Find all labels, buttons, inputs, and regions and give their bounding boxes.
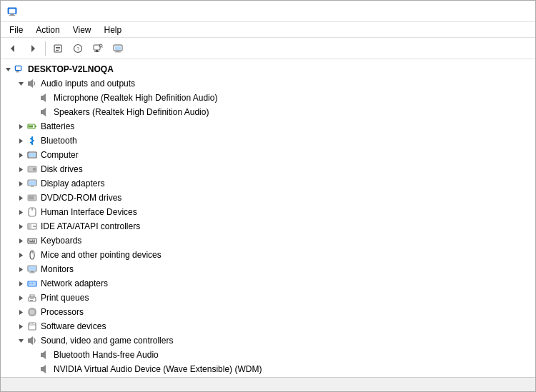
- monitor-button[interactable]: [109, 40, 127, 57]
- expand-btn-display[interactable]: [15, 178, 26, 189]
- svg-marker-4: [11, 45, 14, 52]
- menu-action[interactable]: Action: [30, 24, 65, 36]
- svg-point-45: [34, 169, 35, 170]
- tree-item-root[interactable]: DESKTOP-V2LNOQA: [1, 62, 535, 76]
- expand-btn-disk[interactable]: [15, 164, 26, 175]
- item-label-dvd: DVD/CD-ROM drives: [41, 193, 121, 203]
- expand-btn-speakers[interactable]: [28, 106, 39, 118]
- tree-item-speakers[interactable]: Speakers (Realtek High Definition Audio): [1, 105, 535, 119]
- scan-button[interactable]: [89, 40, 107, 57]
- tree-item-bluetooth[interactable]: Bluetooth: [1, 134, 535, 148]
- svg-rect-73: [29, 266, 36, 271]
- expand-btn-software[interactable]: [15, 321, 26, 332]
- expand-btn-network[interactable]: [15, 278, 26, 289]
- svg-rect-20: [115, 51, 121, 52]
- expand-btn-sound[interactable]: [15, 335, 26, 346]
- tree-item-ide[interactable]: IDE ATA/ATAPI controllers: [1, 219, 535, 233]
- svg-rect-1: [9, 9, 16, 13]
- svg-text:?: ?: [77, 46, 80, 52]
- tree-item-mice[interactable]: Mice and other pointing devices: [1, 248, 535, 262]
- svg-marker-102: [19, 324, 23, 329]
- svg-marker-87: [19, 310, 23, 315]
- toolbar: ?: [1, 38, 535, 59]
- item-label-bluetooth: Bluetooth: [41, 136, 77, 146]
- svg-marker-26: [19, 82, 24, 86]
- audio-device-icon: [39, 106, 51, 118]
- item-label-computer: Computer: [41, 150, 79, 160]
- expand-btn-monitors[interactable]: [15, 263, 26, 275]
- svg-marker-37: [19, 139, 23, 144]
- close-button[interactable]: [511, 4, 530, 19]
- tree-item-network[interactable]: Network adapters: [1, 276, 535, 291]
- svg-rect-9: [56, 50, 59, 51]
- tree-item-monitors[interactable]: Monitors: [1, 262, 535, 276]
- window-controls: [471, 4, 530, 19]
- expand-btn-bt-audio[interactable]: [28, 349, 39, 361]
- computer2-icon: [26, 149, 38, 161]
- expand-btn-ide[interactable]: [15, 221, 26, 232]
- minimize-button[interactable]: [471, 4, 490, 19]
- svg-rect-24: [16, 71, 19, 72]
- tree-item-processors[interactable]: Processors: [1, 305, 535, 319]
- tree-item-software[interactable]: Software devices: [1, 319, 535, 333]
- ide-icon: [26, 221, 38, 232]
- tree-item-computer[interactable]: Computer: [1, 148, 535, 162]
- expand-btn-processors[interactable]: [15, 306, 26, 318]
- tree-item-sound[interactable]: Sound, video and game controllers: [1, 333, 535, 348]
- item-label-speakers: Speakers (Realtek High Definition Audio): [54, 107, 209, 117]
- tree-item-disk[interactable]: Disk drives: [1, 162, 535, 176]
- svg-rect-18: [115, 46, 121, 50]
- expand-btn-root[interactable]: [2, 64, 14, 75]
- menu-help[interactable]: Help: [99, 24, 128, 36]
- expand-btn-print[interactable]: [15, 292, 26, 303]
- back-button[interactable]: [4, 40, 22, 57]
- tree-item-dvd[interactable]: DVD/CD-ROM drives: [1, 191, 535, 205]
- tree-item-microphone[interactable]: Microphone (Realtek High Definition Audi…: [1, 91, 535, 105]
- tree-item-keyboard[interactable]: Keyboards: [1, 233, 535, 248]
- tree-item-hid[interactable]: Human Interface Devices: [1, 205, 535, 219]
- tree-item-bt-audio[interactable]: Bluetooth Hands-free Audio: [1, 348, 535, 362]
- expand-btn-microphone[interactable]: [28, 92, 39, 104]
- tree-item-batteries[interactable]: Batteries: [1, 119, 535, 134]
- item-label-microphone: Microphone (Realtek High Definition Audi…: [54, 93, 217, 103]
- help-button[interactable]: ?: [69, 40, 87, 57]
- expand-btn-keyboard[interactable]: [15, 235, 26, 246]
- computer-icon: [14, 64, 25, 75]
- sound-icon: [26, 335, 38, 346]
- expand-btn-audio[interactable]: [15, 78, 26, 89]
- expand-btn-mice[interactable]: [15, 249, 26, 261]
- maximize-button[interactable]: [491, 4, 510, 19]
- toolbar-separator: [45, 41, 46, 56]
- menu-file[interactable]: File: [4, 24, 29, 36]
- print-icon: [26, 292, 38, 303]
- mouse-icon: [26, 249, 38, 261]
- svg-marker-53: [19, 210, 23, 215]
- tree-item-print[interactable]: Print queues: [1, 291, 535, 305]
- expand-btn-dvd[interactable]: [15, 192, 26, 203]
- forward-button[interactable]: [24, 40, 42, 57]
- tree-item-display[interactable]: Display adapters: [1, 176, 535, 191]
- svg-rect-41: [29, 153, 36, 157]
- expand-btn-computer[interactable]: [15, 149, 26, 161]
- device-tree[interactable]: DESKTOP-V2LNOQAAudio inputs and outputsM…: [1, 59, 535, 377]
- tree-item-nvidia[interactable]: NVIDIA Virtual Audio Device (Wave Extens…: [1, 362, 535, 376]
- expand-btn-nvidia[interactable]: [28, 363, 39, 375]
- expand-btn-batteries[interactable]: [15, 121, 26, 132]
- expand-btn-bluetooth[interactable]: [15, 135, 26, 146]
- properties-button[interactable]: [49, 40, 67, 57]
- tree-item-audio[interactable]: Audio inputs and outputs: [1, 76, 535, 91]
- item-label-network: Network adapters: [41, 278, 108, 288]
- svg-rect-113: [41, 367, 43, 371]
- display-icon: [26, 178, 38, 189]
- item-label-root: DESKTOP-V2LNOQA: [28, 64, 114, 74]
- item-label-nvidia: NVIDIA Virtual Audio Device (Wave Extens…: [54, 364, 262, 374]
- svg-rect-48: [29, 181, 36, 185]
- svg-rect-107: [32, 323, 33, 324]
- svg-rect-2: [10, 14, 14, 15]
- audio-device-icon: [39, 92, 51, 104]
- expand-btn-hid[interactable]: [15, 206, 26, 218]
- svg-rect-84: [30, 295, 34, 297]
- svg-rect-78: [29, 282, 36, 286]
- svg-marker-5: [31, 45, 35, 52]
- menu-view[interactable]: View: [67, 24, 97, 36]
